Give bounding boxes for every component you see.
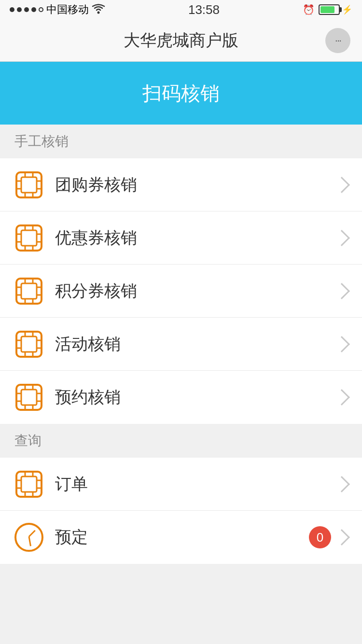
yuyue-icon	[14, 383, 43, 412]
section-header-query: 查询	[0, 424, 362, 458]
list-item-yuding[interactable]: 预定 0	[0, 511, 362, 564]
list-item-youhui[interactable]: 优惠券核销	[0, 211, 362, 265]
status-left: 中国移动	[10, 2, 105, 17]
dot4	[31, 7, 36, 12]
svg-point-0	[97, 11, 100, 14]
list-item-dingdan[interactable]: 订单	[0, 458, 362, 511]
signal-dots	[10, 7, 43, 12]
yuyue-label: 预约核销	[55, 386, 336, 408]
svg-rect-31	[16, 332, 42, 357]
status-time: 13:58	[188, 2, 220, 17]
huodong-icon	[14, 330, 43, 359]
section-header-manual: 手工核销	[0, 125, 362, 158]
bolt-icon: ⚡	[342, 4, 352, 15]
scan-button-label: 扫码核销	[142, 80, 220, 107]
status-bar: 中国移动 13:58 ⏰ ⚡	[0, 0, 362, 19]
chevron-icon	[334, 529, 350, 546]
svg-rect-11	[16, 225, 42, 251]
alarm-icon: ⏰	[303, 4, 315, 15]
section-header-query-label: 查询	[14, 432, 42, 450]
svg-rect-32	[21, 336, 37, 352]
section-header-manual-label: 手工核销	[14, 132, 69, 151]
svg-rect-42	[21, 390, 37, 405]
query-list: 订单 预定 0	[0, 458, 362, 564]
svg-rect-52	[21, 476, 37, 492]
svg-rect-1	[16, 172, 42, 197]
dot5	[39, 7, 43, 12]
dingdan-label: 订单	[55, 473, 336, 495]
chevron-icon	[334, 476, 350, 492]
more-icon: ···	[335, 34, 341, 47]
dot2	[17, 7, 22, 12]
yuding-badge: 0	[309, 526, 331, 548]
list-item-tuangou[interactable]: 团购券核销	[0, 158, 362, 211]
dingdan-icon	[14, 470, 43, 499]
youhui-label: 优惠券核销	[55, 227, 336, 249]
status-right: ⏰ ⚡	[303, 4, 352, 15]
list-item-huodong[interactable]: 活动核销	[0, 318, 362, 371]
svg-rect-51	[16, 472, 42, 497]
battery: ⚡	[319, 4, 352, 15]
tuangou-label: 团购券核销	[55, 174, 336, 196]
nav-title: 大华虎城商户版	[124, 29, 238, 52]
more-button[interactable]: ···	[325, 28, 350, 53]
wifi-icon	[92, 3, 105, 16]
nav-bar: 大华虎城商户版 ···	[0, 19, 362, 62]
clock-icon	[14, 523, 43, 552]
dot1	[10, 7, 14, 12]
dot3	[24, 7, 29, 12]
youhui-icon	[14, 224, 43, 252]
carrier-label: 中国移动	[46, 2, 89, 17]
svg-rect-2	[21, 177, 37, 193]
chevron-icon	[334, 336, 350, 352]
chevron-icon	[334, 389, 350, 406]
jifen-label: 积分券核销	[55, 280, 336, 302]
svg-rect-21	[16, 279, 42, 304]
scan-button[interactable]: 扫码核销	[0, 62, 362, 125]
yuding-label: 预定	[55, 526, 309, 548]
huodong-label: 活动核销	[55, 333, 336, 355]
manual-list: 团购券核销 优惠券核销	[0, 158, 362, 424]
list-item-jifen[interactable]: 积分券核销	[0, 265, 362, 318]
chevron-icon	[334, 177, 350, 193]
chevron-icon	[334, 283, 350, 299]
chevron-icon	[334, 230, 350, 246]
svg-rect-22	[21, 283, 37, 299]
list-item-yuyue[interactable]: 预约核销	[0, 371, 362, 424]
svg-rect-12	[21, 230, 37, 246]
jifen-icon	[14, 277, 43, 306]
svg-rect-41	[16, 385, 42, 410]
tuangou-icon	[14, 170, 43, 199]
